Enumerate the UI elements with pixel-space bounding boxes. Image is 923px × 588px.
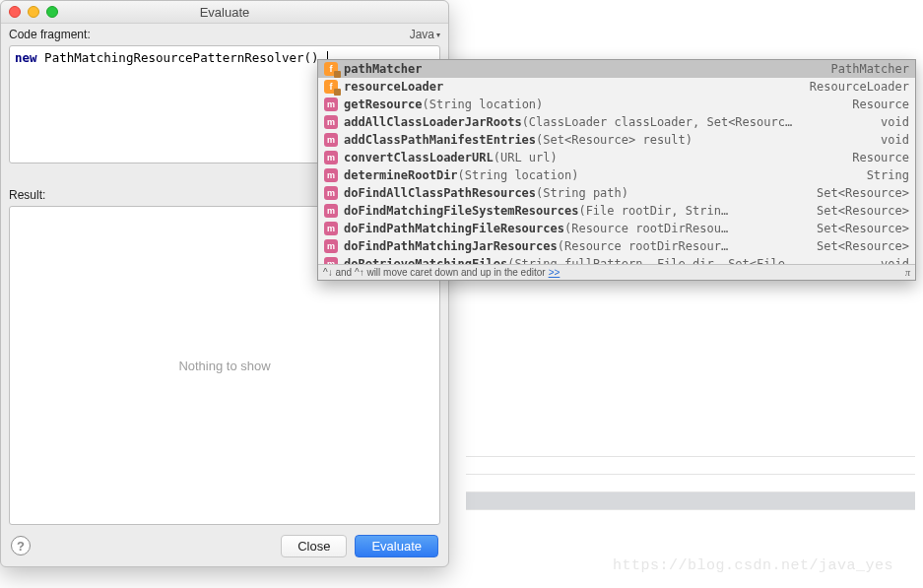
- item-signature: (Set<Resource> result): [536, 133, 692, 147]
- item-return-type: PathMatcher: [831, 62, 909, 76]
- item-signature: (ClassLoader classLoader, Set<Resourc…: [522, 115, 793, 129]
- lock-icon: [334, 71, 341, 78]
- item-signature: (String fullPattern, File dir, Set<File…: [507, 257, 792, 264]
- dialog-footer: ? Close Evaluate: [1, 525, 448, 566]
- autocomplete-status: ^↓ and ^↑ will move caret down and up in…: [318, 264, 915, 280]
- method-icon: m: [324, 257, 338, 264]
- pi-icon: π: [905, 267, 910, 278]
- item-name: determineRootDir: [344, 168, 458, 182]
- autocomplete-item[interactable]: mdetermineRootDir(String location)String: [318, 166, 915, 184]
- item-name: addAllClassLoaderJarRoots: [344, 115, 522, 129]
- item-name: convertClassLoaderURL: [344, 151, 494, 164]
- item-return-type: void: [881, 115, 909, 129]
- autocomplete-item[interactable]: mdoFindPathMatchingJarResources(Resource…: [318, 237, 915, 255]
- item-return-type: Resource: [852, 98, 909, 111]
- watermark: https://blog.csdn.net/java_yes: [613, 557, 893, 574]
- item-name: doFindPathMatchingFileResources: [344, 222, 564, 235]
- item-signature: (String path): [536, 186, 628, 200]
- item-name: pathMatcher: [344, 62, 422, 76]
- method-icon: m: [324, 151, 338, 164]
- item-signature: (Resource rootDirResou…: [564, 222, 728, 235]
- item-name: doRetrieveMatchingFiles: [344, 257, 507, 264]
- help-icon[interactable]: ?: [11, 536, 31, 555]
- autocomplete-item[interactable]: mdoFindAllClassPathResources(String path…: [318, 184, 915, 202]
- zoom-window-icon[interactable]: [46, 6, 58, 18]
- item-return-type: Set<Resource>: [817, 222, 909, 235]
- autocomplete-item[interactable]: maddAllClassLoaderJarRoots(ClassLoader c…: [318, 113, 915, 131]
- code-keyword: new: [15, 50, 37, 65]
- evaluate-button[interactable]: Evaluate: [355, 535, 438, 557]
- item-return-type: Set<Resource>: [817, 239, 909, 253]
- minimize-window-icon[interactable]: [28, 6, 39, 18]
- close-button[interactable]: Close: [281, 535, 347, 557]
- autocomplete-item[interactable]: mdoFindPathMatchingFileResources(Resourc…: [318, 220, 915, 237]
- item-return-type: Resource: [852, 151, 909, 164]
- language-selector[interactable]: Java ▾: [410, 28, 440, 41]
- code-fragment-label: Code fragment:: [1, 24, 448, 43]
- method-icon: m: [324, 168, 338, 182]
- autocomplete-item[interactable]: mgetResource(String location)Resource: [318, 96, 915, 113]
- item-name: doFindAllClassPathResources: [344, 186, 536, 200]
- item-return-type: Set<Resource>: [817, 204, 909, 218]
- item-return-type: Set<Resource>: [817, 186, 909, 200]
- item-return-type: void: [881, 133, 909, 147]
- method-icon: m: [324, 133, 338, 147]
- item-name: resourceLoader: [344, 80, 443, 94]
- method-icon: m: [324, 239, 338, 253]
- autocomplete-popup[interactable]: fpathMatcherPathMatcherfresourceLoaderRe…: [317, 59, 916, 281]
- method-icon: m: [324, 98, 338, 111]
- item-name: getResource: [344, 98, 422, 111]
- autocomplete-item[interactable]: mdoFindMatchingFileSystemResources(File …: [318, 202, 915, 220]
- field-icon: f: [324, 62, 338, 76]
- autocomplete-list[interactable]: fpathMatcherPathMatcherfresourceLoaderRe…: [318, 60, 915, 264]
- item-signature: (String location): [458, 168, 579, 182]
- autocomplete-item[interactable]: fresourceLoaderResourceLoader: [318, 78, 915, 96]
- autocomplete-item[interactable]: mdoRetrieveMatchingFiles(String fullPatt…: [318, 255, 915, 264]
- item-signature: (Resource rootDirResour…: [558, 239, 728, 253]
- autocomplete-item[interactable]: mconvertClassLoaderURL(URL url)Resource: [318, 149, 915, 166]
- dialog-title: Evaluate: [1, 5, 448, 20]
- item-signature: (File rootDir, Strin…: [578, 204, 728, 218]
- item-name: doFindPathMatchingJarResources: [344, 239, 558, 253]
- code-rest: PathMatchingResourcePatternResolver().: [37, 50, 327, 65]
- chevron-down-icon: ▾: [436, 31, 440, 39]
- field-icon: f: [324, 80, 338, 94]
- method-icon: m: [324, 204, 338, 218]
- language-label: Java: [410, 28, 434, 41]
- autocomplete-item[interactable]: maddClassPathManifestEntries(Set<Resourc…: [318, 131, 915, 149]
- titlebar[interactable]: Evaluate: [1, 1, 448, 24]
- item-signature: (URL url): [494, 151, 558, 164]
- autocomplete-item[interactable]: fpathMatcherPathMatcher: [318, 60, 915, 78]
- item-return-type: String: [867, 168, 909, 182]
- status-text: ^↓ and ^↑ will move caret down and up in…: [323, 267, 546, 278]
- nothing-to-show: Nothing to show: [178, 359, 270, 373]
- item-name: doFindMatchingFileSystemResources: [344, 204, 578, 218]
- method-icon: m: [324, 222, 338, 235]
- item-return-type: void: [881, 257, 909, 264]
- background-rows: [466, 456, 915, 527]
- close-window-icon[interactable]: [9, 6, 21, 18]
- item-name: addClassPathManifestEntries: [344, 133, 536, 147]
- method-icon: m: [324, 115, 338, 129]
- item-signature: (String location): [422, 98, 543, 111]
- method-icon: m: [324, 186, 338, 200]
- status-link[interactable]: >>: [549, 267, 560, 278]
- item-return-type: ResourceLoader: [810, 80, 909, 94]
- lock-icon: [334, 89, 341, 96]
